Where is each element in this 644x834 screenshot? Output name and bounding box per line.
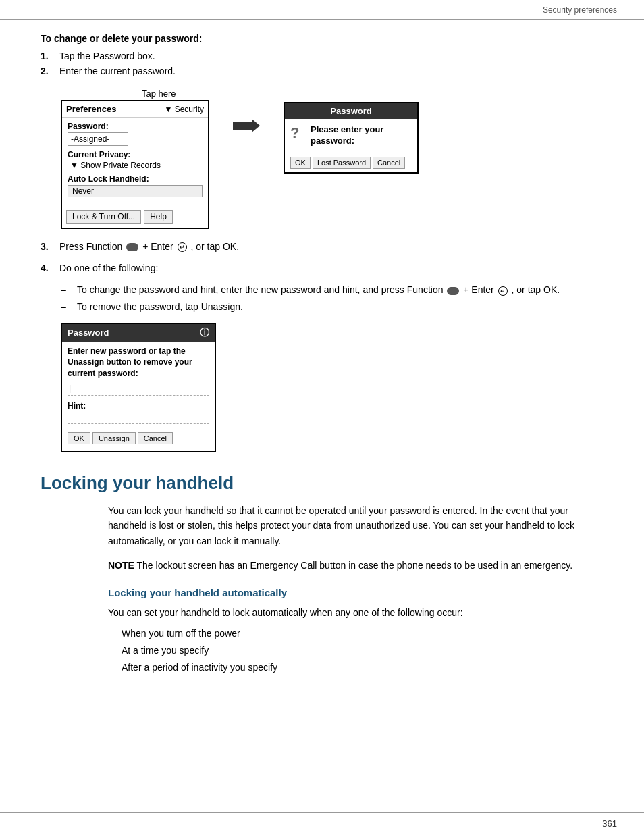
sub-step-2: – To remove the password, tap Unassign. xyxy=(61,301,603,312)
question-icon: ? xyxy=(290,124,306,142)
step-1: 1. Tap the Password box. xyxy=(41,51,603,61)
step-2-num: 2. xyxy=(41,66,54,76)
password-dialog-text: Please enter your password: xyxy=(311,124,412,147)
sub-dash-2: – xyxy=(61,301,70,312)
password2-buttons: OK Unassign Cancel xyxy=(68,429,209,447)
step-4: 4. Do one of the following: xyxy=(41,263,603,273)
sub-steps-list: – To change the password and hint, enter… xyxy=(61,284,603,311)
password2-hint-input[interactable] xyxy=(68,413,209,424)
function-icon-2 xyxy=(447,287,459,295)
step-2-text: Enter the current password. xyxy=(59,66,176,76)
page-content: To change or delete your password: 1. Ta… xyxy=(0,20,644,712)
locking-section-body: You can lock your handheld so that it ca… xyxy=(108,503,603,675)
subsection-intro: You can set your handheld to lock automa… xyxy=(108,605,603,620)
password-dialog-body: ? Please enter your password: xyxy=(285,119,417,153)
subsection-heading: Locking your handheld automatically xyxy=(108,587,603,598)
tap-here-label: Tap here xyxy=(142,88,176,99)
password2-title: Password ⓘ xyxy=(62,324,215,342)
password-dialog-title: Password xyxy=(285,103,417,119)
step-3-text: Press Function + Enter , or tap OK. xyxy=(59,241,239,252)
pref-bottom-buttons: Lock & Turn Off... Help xyxy=(62,207,208,228)
sub-step-1-prefix: To change the password and hint, enter t… xyxy=(77,284,443,295)
step-3-prefix: Press Function xyxy=(59,241,122,252)
password2-dialog: Password ⓘ Enter new password or tap the… xyxy=(61,323,216,452)
preferences-dialog: Preferences ▼ Security Password: -Assign… xyxy=(61,100,209,229)
step4-list: 4. Do one of the following: xyxy=(41,263,603,273)
pref-title-text: Preferences xyxy=(66,104,116,114)
svg-marker-0 xyxy=(233,119,260,132)
sub-step-1-middle: + Enter xyxy=(463,284,494,295)
steps-list: 1. Tap the Password box. 2. Enter the cu… xyxy=(41,51,603,76)
screenshot2-area: Password ⓘ Enter new password or tap the… xyxy=(61,323,603,452)
step-3: 3. Press Function + Enter , or tap OK. xyxy=(41,241,603,252)
sub-dash-1: – xyxy=(61,284,70,295)
password2-title-text: Password xyxy=(68,328,109,338)
step-4-text: Do one of the following: xyxy=(59,263,158,273)
pref-privacy-value[interactable]: ▼ Show Private Records xyxy=(70,161,203,170)
header-title: Security preferences xyxy=(543,5,617,15)
sub-step-1: – To change the password and hint, enter… xyxy=(61,284,603,295)
bullet-list: When you turn off the power At a time yo… xyxy=(122,627,603,675)
sub-step-1-suffix: , or tap OK. xyxy=(512,284,560,295)
step-1-num: 1. xyxy=(41,51,54,61)
password2-body: Enter new password or tap the Unassign b… xyxy=(62,342,215,451)
sub-step-2-text: To remove the password, tap Unassign. xyxy=(77,301,243,312)
lock-turn-off-button[interactable]: Lock & Turn Off... xyxy=(66,210,141,224)
pref-password-input[interactable]: -Assigned- xyxy=(68,132,128,146)
password-dialog: Password ? Please enter your password: O… xyxy=(284,102,419,174)
password-dialog-buttons: OK Lost Password Cancel xyxy=(285,153,417,172)
pref-password-label: Password: xyxy=(68,122,203,131)
pwd2-ok-button[interactable]: OK xyxy=(68,432,90,444)
page-container: Security preferences To change or delete… xyxy=(0,0,644,834)
screenshot-wrapper: Tap here Preferences ▼ Security Password… xyxy=(61,88,209,229)
pwd2-unassign-button[interactable]: Unassign xyxy=(92,432,136,444)
bullet-item-3: After a period of inactivity you specify xyxy=(122,660,603,675)
note-text: The lockout screen has an Emergency Call… xyxy=(134,560,572,571)
step-3-num: 3. xyxy=(41,241,54,252)
instruction-heading: To change or delete your password: xyxy=(41,33,603,44)
step-1-text: Tap the Password box. xyxy=(59,51,155,61)
page-footer: 361 xyxy=(0,812,644,834)
step3-list: 3. Press Function + Enter , or tap OK. xyxy=(41,241,603,252)
pwd-ok-button[interactable]: OK xyxy=(290,157,311,169)
step-4-num: 4. xyxy=(41,263,54,273)
arrow-container xyxy=(230,115,263,136)
step-3-middle: + Enter xyxy=(142,241,173,252)
password2-input-field[interactable]: | xyxy=(68,384,209,396)
function-icon xyxy=(126,243,138,251)
enter-icon xyxy=(178,242,187,252)
pwd-lost-button[interactable]: Lost Password xyxy=(313,157,371,169)
arrow-right-icon xyxy=(230,115,263,136)
locking-section-heading: Locking your handheld xyxy=(41,473,603,494)
bullet-item-1: When you turn off the power xyxy=(122,627,603,641)
note-keyword: NOTE xyxy=(108,560,134,571)
pref-autolock-label: Auto Lock Handheld: xyxy=(68,174,203,184)
help-button[interactable]: Help xyxy=(144,210,173,224)
step-3-suffix: , or tap OK. xyxy=(190,241,239,252)
enter-icon-2 xyxy=(498,286,508,296)
note-block: NOTE The lockout screen has an Emergency… xyxy=(108,558,603,573)
pref-security-dropdown[interactable]: ▼ Security xyxy=(164,105,204,114)
sub-step-1-text: To change the password and hint, enter t… xyxy=(77,284,560,295)
screenshot-area: Tap here Preferences ▼ Security Password… xyxy=(61,88,603,229)
locking-section-text: You can lock your handheld so that it ca… xyxy=(108,503,603,548)
password2-instruction: Enter new password or tap the Unassign b… xyxy=(68,346,209,380)
pref-dialog-title: Preferences ▼ Security xyxy=(62,101,208,118)
page-number: 361 xyxy=(602,818,617,829)
pref-never-button[interactable]: Never xyxy=(68,185,203,197)
step-2: 2. Enter the current password. xyxy=(41,66,603,76)
pwd-cancel-button[interactable]: Cancel xyxy=(373,157,405,169)
info-icon: ⓘ xyxy=(200,327,209,339)
pref-dialog-body: Password: -Assigned- Current Privacy: ▼ … xyxy=(62,118,208,207)
pwd2-cancel-button[interactable]: Cancel xyxy=(138,432,173,444)
pref-privacy-label: Current Privacy: xyxy=(68,150,203,159)
bullet-item-2: At a time you specify xyxy=(122,644,603,658)
page-header: Security preferences xyxy=(0,0,644,20)
password2-hint-label: Hint: xyxy=(68,401,209,411)
